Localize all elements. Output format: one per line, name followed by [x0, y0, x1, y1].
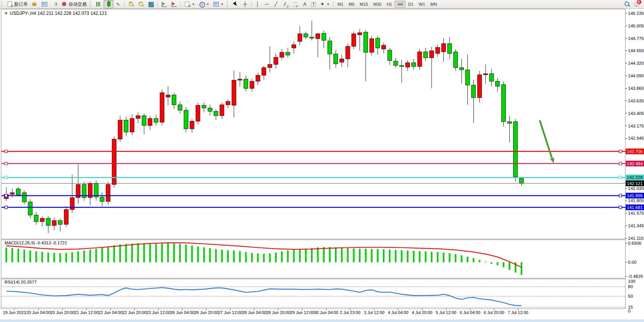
timeframe-button-m5[interactable]: M5 — [346, 1, 357, 8]
candle — [340, 59, 344, 62]
trendline-button[interactable]: ╱ — [271, 0, 281, 8]
toolbar-grip[interactable] — [90, 1, 92, 7]
hline-handle[interactable] — [5, 150, 8, 153]
timeframe-button-h1[interactable]: H1 — [384, 1, 395, 8]
candle — [310, 37, 314, 38]
horizontal-line-button[interactable]: ─ — [262, 0, 271, 8]
crosshair-button[interactable]: ┼ — [241, 0, 250, 8]
zoom-out-button[interactable]: − — [136, 0, 146, 8]
search-icon — [624, 1, 630, 7]
macd-bar — [293, 250, 295, 262]
templates-button[interactable]: ▼ — [211, 0, 226, 8]
hline-handle[interactable] — [619, 206, 622, 209]
macd-bar — [287, 250, 289, 262]
horizontal-line-icon: ─ — [264, 1, 269, 7]
candle — [166, 95, 170, 97]
new-order-button[interactable]: ＋ 新订单 — [5, 0, 30, 9]
hline-handle[interactable] — [619, 150, 622, 153]
time-tick-label: 27 Jun 12:00 — [218, 310, 242, 315]
search-button[interactable] — [622, 0, 632, 8]
vertical-line-button[interactable]: │ — [253, 0, 262, 8]
tile-windows-button[interactable] — [146, 0, 156, 8]
chart-shift-button[interactable] — [169, 0, 179, 8]
macd-bar — [209, 248, 210, 262]
text-button[interactable]: A — [300, 0, 309, 8]
macd-bar — [83, 250, 85, 262]
candle — [418, 52, 422, 67]
hline-handle[interactable] — [619, 162, 622, 165]
macd-panel — [1, 240, 625, 278]
bar-chart-button[interactable] — [94, 0, 104, 8]
macd-bar — [251, 253, 253, 262]
macd-bar — [197, 246, 199, 262]
macd-bar — [401, 250, 402, 262]
hline-handle[interactable] — [5, 194, 8, 197]
notifications-button[interactable]: 1 — [632, 0, 642, 8]
time-tick-label: 5 Jul 12:00 — [436, 310, 456, 315]
timeframe-button-m15[interactable]: M15 — [357, 1, 370, 8]
candle — [394, 61, 398, 65]
timeframe-button-m30[interactable]: M30 — [371, 1, 384, 8]
time-tick-label: 19 Jun 2023 — [3, 310, 26, 315]
timeframe-button-w1[interactable]: W1 — [416, 1, 428, 8]
candle — [130, 118, 134, 132]
autotrading-button[interactable]: 自动交易 — [59, 0, 89, 9]
auto-scroll-button[interactable] — [159, 0, 169, 8]
hline-handle[interactable] — [619, 176, 622, 179]
timeframe-button-h4[interactable]: H4 — [395, 1, 405, 8]
line-chart-button[interactable]: ∿ — [113, 0, 123, 8]
hline-handle[interactable] — [619, 194, 622, 197]
candle — [172, 95, 176, 105]
price-tick: 142.030 — [628, 186, 644, 191]
periods-button[interactable]: ▼ — [197, 0, 211, 8]
hline-handle[interactable] — [5, 176, 8, 179]
hline-handle[interactable] — [5, 162, 8, 165]
toolbar-grip[interactable] — [227, 1, 230, 7]
macd-bar — [371, 249, 372, 262]
time-tick-label: 6 Jul 20:00 — [484, 310, 504, 315]
candle — [64, 210, 68, 225]
chart-plot[interactable]: 145.235145.005144.775144.550144.320144.0… — [0, 9, 644, 322]
new-chart-button[interactable] — [30, 0, 40, 8]
templates-icon — [213, 1, 219, 7]
arrows-button[interactable]: ✦▼ — [318, 0, 332, 8]
macd-bar — [491, 262, 492, 264]
macd-bar — [47, 253, 49, 262]
text-label-button[interactable]: T — [309, 1, 318, 8]
time-tick-label: 23 Jun 12:00 — [146, 310, 171, 315]
timeframe-button-mn[interactable]: MN — [428, 1, 440, 8]
timeframe-button-m1[interactable]: M1 — [335, 1, 346, 8]
hline-handle[interactable] — [5, 206, 8, 209]
macd-bar — [65, 253, 67, 262]
price-badge-label: 141.681 — [627, 205, 643, 210]
candle — [106, 185, 110, 201]
fibonacci-button[interactable] — [290, 0, 300, 8]
candle — [442, 44, 446, 52]
price-tick: 143.860 — [628, 86, 644, 91]
macd-bar — [419, 251, 420, 262]
macd-bar — [191, 245, 193, 262]
timeframe-button-d1[interactable]: D1 — [405, 1, 416, 8]
cursor-button[interactable] — [231, 0, 241, 8]
candle — [430, 51, 434, 58]
candle — [382, 45, 386, 49]
trendline-icon: ╱ — [273, 1, 279, 7]
zoom-in-button[interactable]: + — [126, 0, 136, 8]
macd-bar — [461, 255, 462, 262]
candle — [148, 118, 152, 126]
candle — [40, 218, 44, 222]
toolbar-grip[interactable] — [1, 1, 4, 7]
candle — [256, 75, 260, 81]
signals-button[interactable] — [49, 0, 59, 8]
candle — [280, 53, 284, 57]
candle — [34, 215, 38, 222]
candlestick-button[interactable] — [104, 0, 113, 8]
indicators-button[interactable]: ＋▼ — [182, 0, 197, 8]
candle — [424, 52, 428, 58]
macd-scale-tick: -0.4829 — [628, 274, 643, 279]
candle — [154, 118, 158, 122]
indicators-icon: ＋ — [184, 1, 190, 7]
channel-button[interactable]: ⫽ — [281, 0, 290, 8]
market-watch-button[interactable] — [40, 0, 49, 8]
candle — [16, 189, 20, 195]
